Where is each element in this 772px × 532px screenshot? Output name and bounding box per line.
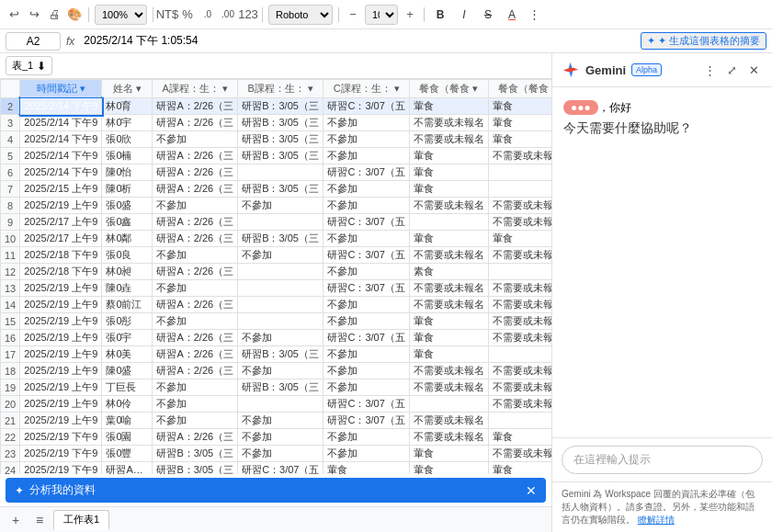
table-cell[interactable] [238, 214, 324, 231]
table-cell[interactable]: 2025/2/19 上午9 [20, 330, 102, 346]
table-cell[interactable]: 不參加 [153, 379, 238, 396]
table-cell[interactable]: 不參加 [153, 131, 238, 148]
table-cell[interactable]: 不參加 [324, 181, 409, 198]
more-formats-icon[interactable]: ⋮ [526, 6, 542, 23]
table-cell[interactable]: 葷食 [409, 181, 488, 198]
table-cell[interactable]: 葷食 [409, 446, 488, 462]
table-cell[interactable]: 研習A：2/26（三 [153, 231, 238, 247]
table-cell[interactable]: 不需要或未報名 [409, 429, 488, 446]
table-cell[interactable]: 不參加 [324, 297, 409, 313]
table-row[interactable]: 192025/2/19 上午9丁巨長不參加研習B：3/05（三不參加不需要或未報… [1, 379, 552, 396]
table-cell[interactable]: 不參加 [238, 446, 324, 462]
table-cell[interactable]: 不需要或未報名 [488, 446, 551, 462]
table-cell[interactable]: 研習B：3/05（三 [238, 131, 324, 148]
table-cell[interactable]: 2025/2/19 上午9 [20, 280, 102, 297]
print-icon[interactable]: 🖨 [46, 6, 62, 23]
table-cell[interactable]: 不參加 [238, 330, 324, 346]
table-cell[interactable]: 不參加 [153, 280, 238, 297]
table-cell[interactable]: 葉0喻 [102, 413, 153, 429]
table-cell[interactable]: 張0宇 [102, 330, 153, 346]
table-cell[interactable] [238, 280, 324, 297]
table-row[interactable]: 232025/2/19 下午9張0豐研習B：3/05（三不參加不參加葷食不需要或… [1, 446, 552, 462]
table-cell[interactable]: 葷食 [488, 462, 551, 475]
table-cell[interactable]: 葷食 [409, 346, 488, 363]
table-cell[interactable]: 研習A：2/26（三 [153, 363, 238, 379]
table-cell[interactable]: 不需要或未報名 [409, 363, 488, 379]
table-cell[interactable]: 研習B：3/05（三 [153, 462, 238, 475]
table-cell[interactable]: 2025/2/19 下午9 [20, 462, 102, 475]
table-cell[interactable]: 林0伶 [102, 396, 153, 413]
table-cell[interactable]: 葷食 [488, 98, 551, 115]
table-cell[interactable]: 研習C：3/07（五 [324, 247, 409, 264]
italic-button[interactable]: I [454, 5, 474, 25]
table-cell[interactable]: 不需要或未報名 [409, 413, 488, 429]
sheet-settings-icon[interactable]: ⬇ [37, 60, 46, 73]
table-cell[interactable] [238, 164, 324, 181]
table-cell[interactable]: 研習A：2/26（三 [153, 164, 238, 181]
cell-reference-input[interactable] [6, 32, 61, 51]
table-cell[interactable]: 研習A：2/26（三 [153, 429, 238, 446]
table-cell[interactable]: 不需要或未報名 [409, 379, 488, 396]
table-row[interactable]: 112025/2/18 下午9張0良不參加不參加研習C：3/07（五不需要或未報… [1, 247, 552, 264]
table-cell[interactable]: 研習B：3/05（三 [238, 98, 324, 115]
col-header-e[interactable]: C課程：生： ▾ [324, 80, 409, 98]
font-decrease-icon[interactable]: − [345, 6, 361, 23]
table-cell[interactable]: 研習B：3/05（三 [238, 231, 324, 247]
table-row[interactable]: 62025/2/14 下午9陳0怡研習A：2/26（三研習C：3/07（五葷食不… [1, 164, 552, 181]
table-cell[interactable]: 葷食 [409, 330, 488, 346]
table-cell[interactable]: 不參加 [324, 264, 409, 280]
table-cell[interactable]: 研習A：2/26（三 [153, 297, 238, 313]
table-cell[interactable]: 2025/2/19 上午9 [20, 346, 102, 363]
table-cell[interactable]: 不參加 [153, 247, 238, 264]
gemini-more-icon[interactable]: ⋮ [700, 61, 719, 79]
col-header-g[interactable]: 餐食（餐食 ▾ [488, 80, 551, 98]
table-cell[interactable]: 不參加 [153, 198, 238, 214]
table-cell[interactable]: 2025/2/14 下午9 [20, 131, 102, 148]
table-cell[interactable]: 林0鄰 [102, 231, 153, 247]
table-cell[interactable] [409, 214, 488, 231]
table-cell[interactable]: 2025/2/19 上午9 [20, 363, 102, 379]
currency-icon[interactable]: NT$ [159, 6, 176, 23]
table-cell[interactable]: 丁巨長 [102, 379, 153, 396]
undo-icon[interactable]: ↩ [6, 6, 22, 23]
table-cell[interactable]: 不參加 [324, 115, 409, 131]
percent-icon[interactable]: % [179, 6, 196, 23]
col-header-d[interactable]: B課程：生： ▾ [238, 80, 324, 98]
table-cell[interactable]: 不參加 [238, 363, 324, 379]
gemini-footer-link[interactable]: 瞭解詳情 [638, 515, 675, 525]
sheet-name-tag[interactable]: 表_1 ⬇ [6, 56, 52, 75]
table-row[interactable]: 132025/2/19 上午9陳0垚不參加研習C：3/07（五不需要或未報名不需… [1, 280, 552, 297]
table-cell[interactable] [488, 413, 551, 429]
table-cell[interactable]: 蔡0前江 [102, 297, 153, 313]
table-cell[interactable]: 林0美 [102, 346, 153, 363]
table-cell[interactable]: 林0育 [102, 98, 153, 115]
table-cell[interactable] [409, 396, 488, 413]
table-cell[interactable]: 不參加 [324, 446, 409, 462]
table-cell[interactable] [488, 346, 551, 363]
table-cell[interactable]: 不參加 [153, 413, 238, 429]
table-cell[interactable]: 不參加 [238, 247, 324, 264]
table-cell[interactable]: 不需要或未報名 [409, 115, 488, 131]
decimal-decrease-icon[interactable]: .0 [199, 6, 216, 23]
table-cell[interactable]: 葷食 [409, 148, 488, 164]
number-format-icon[interactable]: 123 [240, 6, 256, 23]
table-cell[interactable]: 葷食 [488, 231, 551, 247]
strikethrough-button[interactable]: S [478, 5, 498, 25]
table-cell[interactable]: 不需要或未報名 [488, 198, 551, 214]
table-cell[interactable]: 張0良 [102, 247, 153, 264]
table-cell[interactable] [488, 164, 551, 181]
table-cell[interactable]: 不需要或未報名 [409, 198, 488, 214]
table-row[interactable]: 72025/2/15 上午9陳0析研習A：2/26（三研習B：3/05（三不參加… [1, 181, 552, 198]
table-cell[interactable]: 研習C：3/07（五 [324, 214, 409, 231]
font-size-select[interactable]: 10 [365, 5, 398, 25]
table-cell[interactable]: 不參加 [324, 231, 409, 247]
table-cell[interactable]: 不參加 [324, 148, 409, 164]
col-header-a[interactable]: 時間戳記 ▾ [20, 80, 102, 98]
table-cell[interactable]: 2025/2/14 下午9 [20, 98, 102, 115]
table-cell[interactable]: 不需要或未報名 [488, 313, 551, 330]
col-header-b[interactable]: 姓名 ▾ [102, 80, 153, 98]
table-cell[interactable]: 不參加 [238, 198, 324, 214]
gemini-input-area[interactable]: 在這裡輸入提示 [552, 437, 772, 481]
table-cell[interactable]: 不參加 [324, 346, 409, 363]
table-cell[interactable]: 2025/2/19 上午9 [20, 198, 102, 214]
